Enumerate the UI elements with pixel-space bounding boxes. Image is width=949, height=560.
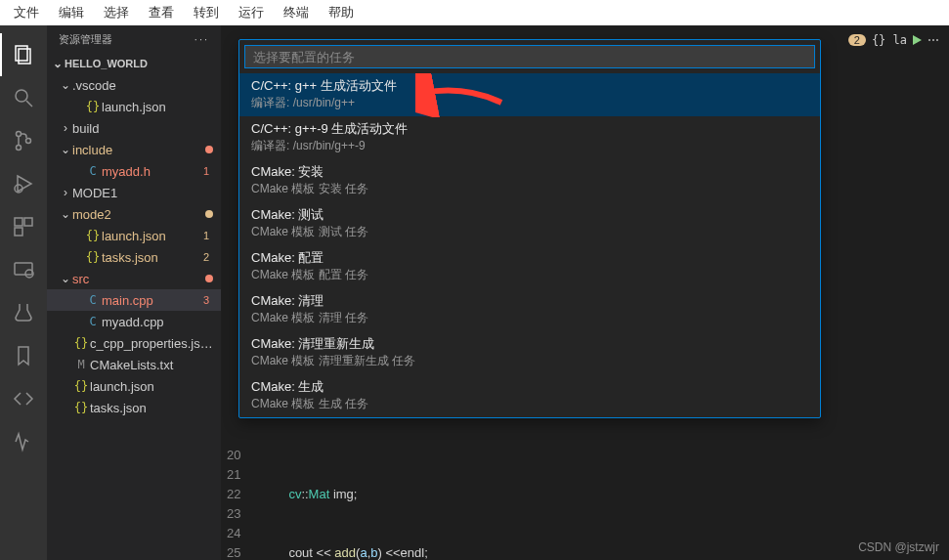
file-icon: {}: [72, 336, 90, 350]
sidebar-title: 资源管理器: [59, 32, 112, 47]
tree-label: tasks.json: [102, 250, 199, 265]
quickpick-item[interactable]: CMake: 清理重新生成CMake 模板 清理重新生成 任务: [239, 331, 820, 374]
tree-label: myadd.h: [102, 164, 199, 179]
quickpick-item-sub: CMake 模板 清理 任务: [251, 310, 808, 326]
quickpick-item-sub: CMake 模板 安装 任务: [251, 181, 808, 197]
git-lens-icon[interactable]: [0, 377, 47, 420]
quickpick-item-sub: CMake 模板 清理重新生成 任务: [251, 353, 808, 369]
menu-item[interactable]: 查看: [139, 1, 184, 24]
sidebar-more-icon[interactable]: ···: [194, 33, 209, 45]
menu-item[interactable]: 文件: [4, 1, 49, 24]
svg-rect-12: [15, 263, 32, 275]
testing-icon[interactable]: [0, 291, 47, 334]
tree-label: build: [72, 121, 213, 136]
quickpick-panel: C/C++: g++ 生成活动文件编译器: /usr/bin/g++C/C++:…: [238, 39, 821, 418]
problems-badge[interactable]: 2: [848, 34, 866, 46]
chevron-icon: ›: [59, 186, 72, 199]
search-icon[interactable]: [0, 76, 47, 119]
tree-item[interactable]: ›MODE1: [47, 182, 221, 203]
quickpick-item[interactable]: C/C++: g++-9 生成活动文件编译器: /usr/bin/g++-9: [239, 116, 820, 159]
quickpick-input[interactable]: [244, 45, 815, 68]
tree-item[interactable]: Cmyadd.h1: [47, 160, 221, 182]
menu-item[interactable]: 编辑: [49, 1, 94, 24]
quickpick-item-title: CMake: 清理: [251, 292, 808, 310]
tree-item[interactable]: {}launch.json: [47, 375, 221, 397]
folder-header[interactable]: ⌄ HELLO_WORLD: [47, 53, 221, 74]
file-icon: {}: [84, 250, 102, 264]
quickpick-item-title: CMake: 清理重新生成: [251, 335, 808, 353]
git-badge: 1: [199, 230, 213, 241]
remote-icon[interactable]: [0, 248, 47, 291]
chevron-icon: ⌄: [59, 78, 72, 92]
quickpick-item[interactable]: CMake: 清理CMake 模板 清理 任务: [239, 288, 820, 331]
status-dot: [205, 210, 213, 218]
tab-label[interactable]: {} la: [872, 33, 907, 47]
menu-item[interactable]: 终端: [274, 1, 319, 24]
folder-name: HELLO_WORLD: [65, 58, 148, 69]
activity-item-icon[interactable]: [0, 420, 47, 463]
debug-icon[interactable]: [0, 162, 47, 205]
tree-item[interactable]: ⌄src: [47, 268, 221, 289]
tree-item[interactable]: {}tasks.json: [47, 397, 221, 418]
source-control-icon[interactable]: [0, 119, 47, 162]
menu-item[interactable]: 选择: [94, 1, 139, 24]
tree-item[interactable]: MCMakeLists.txt: [47, 354, 221, 375]
chevron-icon: ⌄: [59, 143, 72, 156]
file-icon: {}: [72, 401, 90, 414]
quickpick-item-sub: CMake 模板 测试 任务: [251, 224, 808, 240]
tree-item[interactable]: ⌄.vscode: [47, 74, 221, 96]
explorer-icon[interactable]: [0, 33, 47, 76]
more-icon[interactable]: ⋯: [927, 33, 939, 47]
git-badge: 1: [199, 165, 213, 177]
sidebar-header: 资源管理器 ···: [47, 25, 221, 53]
code-editor[interactable]: 202122232425 cv::Mat img; cout << add(a,…: [227, 446, 428, 560]
quickpick-item-sub: 编译器: /usr/bin/g++: [251, 95, 808, 111]
chevron-icon: ›: [59, 121, 72, 135]
quickpick-item-title: CMake: 配置: [251, 249, 808, 267]
tree-item[interactable]: Cmyadd.cpp: [47, 311, 221, 332]
tree-label: include: [72, 143, 205, 157]
tree-label: c_cpp_properties.json: [90, 336, 213, 351]
svg-rect-10: [24, 218, 32, 226]
svg-rect-9: [15, 218, 22, 226]
tree-item[interactable]: {}launch.json: [47, 96, 221, 117]
tree-item[interactable]: Cmain.cpp3: [47, 289, 221, 311]
tree-item[interactable]: ⌄include: [47, 139, 221, 160]
watermark: CSDN @jstzwjr: [858, 540, 939, 554]
svg-rect-11: [15, 228, 22, 236]
svg-point-6: [26, 139, 31, 144]
quickpick-item-title: C/C++: g++ 生成活动文件: [251, 77, 808, 95]
tree-label: .vscode: [72, 78, 213, 93]
menu-item[interactable]: 帮助: [319, 1, 364, 24]
file-icon: M: [72, 358, 90, 371]
tree-item[interactable]: {}tasks.json2: [47, 246, 221, 268]
tree-label: myadd.cpp: [102, 315, 213, 329]
quickpick-item[interactable]: CMake: 测试CMake 模板 测试 任务: [239, 202, 820, 245]
file-icon: {}: [84, 229, 102, 242]
tree-label: main.cpp: [102, 293, 199, 308]
tree-item[interactable]: ›build: [47, 117, 221, 139]
status-dot: [205, 146, 213, 153]
git-badge: 3: [199, 294, 213, 306]
menu-item[interactable]: 运行: [229, 1, 274, 24]
tree-item[interactable]: {}c_cpp_properties.json: [47, 332, 221, 354]
file-icon: C: [84, 315, 102, 328]
run-icon[interactable]: [913, 35, 922, 45]
quickpick-item[interactable]: C/C++: g++ 生成活动文件编译器: /usr/bin/g++: [239, 73, 820, 116]
quickpick-item[interactable]: CMake: 配置CMake 模板 配置 任务: [239, 245, 820, 288]
tree-item[interactable]: {}launch.json1: [47, 225, 221, 246]
quickpick-item-title: C/C++: g++-9 生成活动文件: [251, 120, 808, 138]
quickpick-item[interactable]: CMake: 生成CMake 模板 生成 任务: [239, 374, 820, 417]
quickpick-item-title: CMake: 安装: [251, 163, 808, 181]
menu-item[interactable]: 转到: [184, 1, 229, 24]
activity-bar: [0, 25, 47, 560]
tree-label: launch.json: [102, 100, 213, 114]
tree-label: tasks.json: [90, 401, 213, 415]
tree-item[interactable]: ⌄mode2: [47, 203, 221, 225]
file-icon: {}: [84, 100, 102, 113]
chevron-down-icon: ⌄: [51, 57, 65, 70]
file-icon: C: [84, 293, 102, 307]
extensions-icon[interactable]: [0, 205, 47, 248]
bookmark-icon[interactable]: [0, 334, 47, 377]
quickpick-item[interactable]: CMake: 安装CMake 模板 安装 任务: [239, 159, 820, 202]
